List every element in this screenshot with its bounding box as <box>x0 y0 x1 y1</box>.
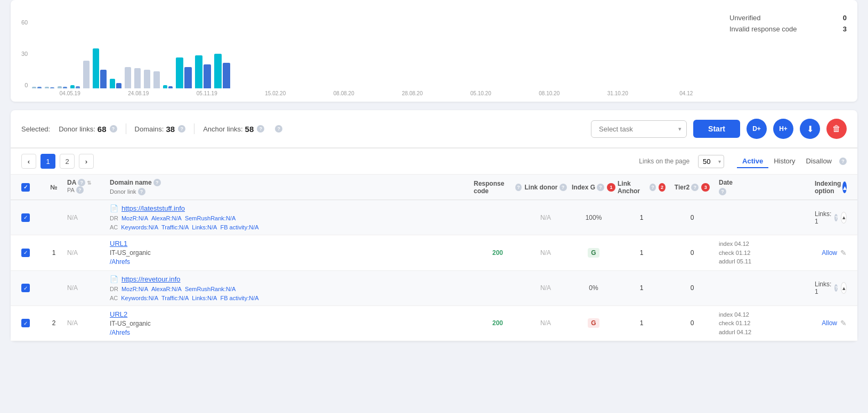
unverified-value: 0 <box>843 14 847 22</box>
d-plus-button[interactable]: D+ <box>747 119 767 139</box>
th-domain-name-label: Domain name <box>110 179 152 186</box>
row4-edit-icon[interactable]: ✎ <box>840 319 847 327</box>
row3-links[interactable]: Links:N/A <box>192 295 217 301</box>
th-tier2-help[interactable]: ? <box>691 184 699 191</box>
row2-tier2-val: 0 <box>691 249 694 257</box>
th-index-g: Index G ? 1 <box>570 179 618 195</box>
row3-semrush[interactable]: SemRushRank:N/A <box>185 286 236 292</box>
bar-group-9 <box>134 68 141 88</box>
row2-edit-icon[interactable]: ✎ <box>840 249 847 257</box>
row3-checkbox-input[interactable]: ✓ <box>21 284 30 292</box>
row1-domain-link[interactable]: https://lateststuff.info <box>121 204 185 212</box>
row1-dr-label: DR <box>110 215 118 221</box>
row3-link-anchor: 1 <box>618 284 666 292</box>
check-mark-icon: ✓ <box>23 320 28 326</box>
tab-disallow[interactable]: Disallow <box>801 155 837 168</box>
row4-da-val: N/A <box>67 319 78 327</box>
bar-group-6 <box>93 48 107 88</box>
th-index-g-help[interactable]: ? <box>597 184 604 191</box>
collapse-all-button[interactable]: ▴ <box>842 181 847 193</box>
row4-ahrefs-link[interactable]: /Ahrefs <box>110 329 130 336</box>
row1-checkbox: ✓ <box>21 213 40 222</box>
row1-traffic[interactable]: Traffic:N/A <box>161 224 189 230</box>
th-donor-help[interactable]: ? <box>138 188 145 195</box>
per-page-select[interactable]: 50 <box>698 155 724 168</box>
main-card: Selected: Donor links: 68 ? Domains: 38 … <box>11 110 857 341</box>
row3-expand-button[interactable]: ▴ <box>841 282 847 294</box>
row2-ahrefs-link[interactable]: /Ahrefs <box>110 258 130 266</box>
bar <box>223 63 230 88</box>
tab-help-icon[interactable]: ? <box>839 158 847 165</box>
row2-checkbox: ✓ <box>21 249 40 257</box>
th-da-sort-icon: ⇅ <box>87 180 91 186</box>
row2-url-link[interactable]: URL1 <box>110 239 127 247</box>
page-2-button[interactable]: 2 <box>60 154 75 169</box>
next-page-button[interactable]: › <box>79 154 94 169</box>
row3-mozr[interactable]: MozR:N/A <box>121 286 148 292</box>
row4-index-g: G <box>570 318 618 328</box>
bar-group-8 <box>125 67 131 88</box>
th-da-help[interactable]: ? <box>78 179 85 186</box>
th-pa-help[interactable]: ? <box>76 186 84 194</box>
anchor-links-help[interactable]: ? <box>257 125 264 133</box>
header-checkbox[interactable]: ✓ <box>21 183 30 192</box>
bar-group-10 <box>144 70 150 88</box>
bar <box>63 87 67 88</box>
chart-card: 60 30 0 <box>11 0 857 102</box>
check-mark-icon: ✓ <box>23 285 28 291</box>
delete-button[interactable]: 🗑 <box>826 119 847 139</box>
domains-help[interactable]: ? <box>178 125 185 133</box>
bar <box>70 85 75 88</box>
start-button[interactable]: Start <box>693 120 740 138</box>
prev-page-button[interactable]: ‹ <box>21 154 36 169</box>
y-label-30: 30 <box>21 51 28 57</box>
row1-fb[interactable]: FB activity:N/A <box>220 224 258 230</box>
domains-stat: Domains: 38 ? <box>135 125 186 134</box>
row3-fb[interactable]: FB activity:N/A <box>220 295 258 301</box>
bar-group-3 <box>58 86 67 88</box>
row3-alexa[interactable]: AlexaR:N/A <box>151 286 182 292</box>
th-link-donor-help[interactable]: ? <box>559 184 567 191</box>
row3-domain-link[interactable]: https://revetour.info <box>121 275 181 283</box>
row3-traffic[interactable]: Traffic:N/A <box>161 295 189 301</box>
table-row: ✓ N/A 📄 https://revetour.info DR MozR:N/… <box>11 271 857 306</box>
row1-mozr[interactable]: MozR:N/A <box>121 215 148 221</box>
row1-domain: 📄 https://lateststuff.info DR MozR:N/A A… <box>110 204 474 230</box>
anchor-links-stat: Anchor links: 58 ? <box>203 125 264 134</box>
row1-checkbox-input[interactable]: ✓ <box>21 213 30 222</box>
bar <box>110 79 115 88</box>
row4-allow-text: Allow <box>822 319 837 327</box>
task-select[interactable]: Select task <box>591 120 687 138</box>
row1-alexa[interactable]: AlexaR:N/A <box>151 215 182 221</box>
row1-semrush[interactable]: SemRushRank:N/A <box>185 215 236 221</box>
row3-keywords[interactable]: Keywords:N/A <box>121 295 158 301</box>
row4-date-addurl: 04.12 <box>737 329 752 335</box>
th-domain-help[interactable]: ? <box>153 179 161 186</box>
donor-links-value: 68 <box>98 125 107 134</box>
row3-links-help[interactable]: ? <box>834 284 838 292</box>
donor-links-help[interactable]: ? <box>110 125 117 133</box>
page-1-button[interactable]: 1 <box>40 154 55 169</box>
stat-invalid: Invalid response code 3 <box>729 25 847 33</box>
th-link-anchor-help[interactable]: ? <box>650 184 656 191</box>
row1-links[interactable]: Links:N/A <box>192 224 217 230</box>
tab-active[interactable]: Active <box>737 155 768 168</box>
bar <box>76 86 80 88</box>
th-date-help[interactable]: ? <box>719 188 726 195</box>
tab-history[interactable]: History <box>768 155 800 168</box>
h-plus-button[interactable]: H+ <box>773 119 793 139</box>
th-date: Date ? <box>719 179 815 195</box>
row2-checkbox-input[interactable]: ✓ <box>21 249 30 257</box>
row1-expand-button[interactable]: ▴ <box>841 212 847 224</box>
y-label-0: 0 <box>21 82 28 88</box>
th-response-help[interactable]: ? <box>515 184 522 191</box>
row1-keywords[interactable]: Keywords:N/A <box>121 224 158 230</box>
row4-url-link[interactable]: URL2 <box>110 310 127 318</box>
download-button[interactable]: ⬇ <box>800 119 820 139</box>
row1-links-help[interactable]: ? <box>834 214 838 221</box>
row3-anchor-val: 1 <box>640 284 644 292</box>
extra-help[interactable]: ? <box>275 125 282 133</box>
row4-checkbox-input[interactable]: ✓ <box>21 319 30 327</box>
row4-date: index 04.12 check 01.12 addurl 04.12 <box>719 310 815 337</box>
row4-actions: Allow ✎ <box>815 319 847 327</box>
